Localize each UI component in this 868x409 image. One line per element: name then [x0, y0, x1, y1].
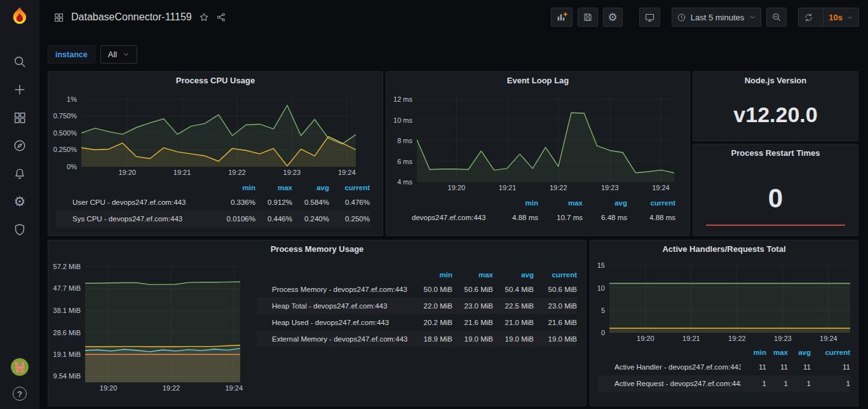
legend-value: 23.0 MiB — [452, 302, 493, 310]
dashboard-title[interactable]: DatabaseConnector-11159 — [71, 11, 192, 23]
dashboard-settings-button[interactable]: ⚙ — [603, 8, 623, 27]
legend-col-current[interactable]: current — [329, 184, 370, 191]
cpu-chart: 1%0.750%0.500%0.250%0% 19:2019:2119:2219… — [48, 89, 383, 177]
y-axis-tick: 4 ms — [397, 178, 412, 186]
cycle-view-tv-button[interactable] — [639, 8, 660, 27]
legend-row[interactable]: External Memory - devops247.ef.com:44318… — [257, 331, 577, 347]
search-icon[interactable] — [0, 48, 39, 76]
legend-row[interactable]: devops247.ef.com:4434.88 ms10.7 ms6.48 m… — [395, 209, 675, 226]
series-name[interactable]: User CPU - devops247.ef.com:443 — [72, 198, 219, 206]
explore-compass-icon[interactable] — [0, 132, 39, 160]
legend-value: 0.240% — [292, 215, 329, 223]
legend-col-avg[interactable]: avg — [493, 271, 534, 279]
panel-title[interactable]: Process Memory Usage — [48, 240, 586, 258]
series-name[interactable]: Process Memory - devops247.ef.com:443 — [272, 286, 412, 293]
legend-header-row: minmaxavgcurrent — [395, 196, 675, 209]
dashboards-icon[interactable] — [0, 104, 39, 132]
legend-col-min[interactable]: min — [494, 199, 538, 207]
add-panel-button[interactable] — [551, 8, 573, 27]
legend-value: 0.0106% — [219, 215, 255, 223]
configuration-gear-icon[interactable]: ⚙ — [0, 188, 39, 216]
panel-title[interactable]: Active Handlers/Requests Total — [590, 240, 858, 258]
legend-header-row: minmaxavgcurrent — [598, 345, 850, 359]
save-dashboard-button[interactable] — [578, 8, 598, 27]
legend-col-current[interactable]: current — [627, 199, 675, 207]
server-admin-shield-icon[interactable] — [0, 216, 39, 244]
legend-col-current[interactable]: current — [534, 271, 577, 279]
memory-legend: minmaxavgcurrentProcess Memory - devops2… — [240, 268, 586, 393]
memory-chart: 57.2 MiB47.7 MiB38.1 MiB28.6 MiB19.1 MiB… — [48, 263, 240, 393]
legend-row[interactable]: Sys CPU - devops247.ef.com:4430.0106%0.4… — [56, 211, 370, 227]
legend-row[interactable]: User CPU - devops247.ef.com:4430.336%0.9… — [56, 194, 370, 211]
x-axis-tick: 19:20 — [118, 169, 136, 176]
legend-col-max[interactable]: max — [452, 271, 493, 279]
series-name[interactable]: Active Handler - devops247.ef.com:443 — [614, 363, 741, 371]
apps-grid-icon[interactable] — [53, 12, 64, 23]
create-add-icon[interactable] — [0, 76, 39, 104]
legend-col-max[interactable]: max — [255, 184, 292, 191]
zoom-out-time-button[interactable] — [766, 8, 787, 27]
legend-value: 0.584% — [292, 198, 329, 206]
legend-value: 20.2 MiB — [412, 319, 452, 326]
time-range-picker[interactable]: Last 5 minutes — [672, 8, 762, 27]
legend-col-min[interactable]: min — [412, 271, 452, 279]
y-axis-tick: 47.7 MiB — [53, 284, 81, 292]
panel-title[interactable]: Node.js Version — [693, 72, 858, 89]
legend-row[interactable]: Heap Total - devops247.ef.com:44322.0 Mi… — [257, 298, 577, 314]
refresh-icon[interactable] — [799, 8, 818, 26]
series-name[interactable]: Heap Total - devops247.ef.com:443 — [272, 302, 412, 310]
star-icon[interactable] — [199, 12, 209, 22]
x-axis-tick: 19:23 — [601, 184, 619, 191]
legend-col-min[interactable]: min — [219, 184, 255, 191]
panel-process-cpu-usage: Process CPU Usage 1%0.750%0.500%0.250%0%… — [48, 71, 383, 236]
legend-value: 10.7 ms — [538, 214, 583, 221]
series-name[interactable]: devops247.ef.com:443 — [412, 214, 494, 221]
legend-row[interactable]: Heap Used - devops247.ef.com:44320.2 MiB… — [257, 314, 577, 331]
panel-title[interactable]: Process CPU Usage — [48, 72, 383, 89]
x-axis-tick: 19:20 — [448, 184, 466, 191]
legend-value: 22.0 MiB — [412, 302, 452, 310]
legend-col-current[interactable]: current — [811, 349, 850, 356]
y-axis-tick: 0.750% — [53, 112, 77, 120]
legend-col-avg[interactable]: avg — [788, 349, 811, 356]
y-axis-tick: 12 ms — [393, 95, 412, 103]
panel-title[interactable]: Process Restart Times — [693, 144, 858, 162]
legend-value: 19.0 MiB — [452, 335, 493, 343]
x-axis-tick: 19:21 — [682, 335, 700, 342]
series-name[interactable]: Active Request - devops247.ef.com:443 — [614, 380, 741, 387]
help-icon[interactable]: ? — [0, 381, 39, 406]
x-axis-tick: 19:22 — [228, 169, 246, 176]
lag-legend: minmaxavgcurrentdevops247.ef.com:4434.88… — [386, 196, 689, 226]
legend-row[interactable]: Active Request - devops247.ef.com:443111… — [598, 375, 850, 392]
legend-value: 21.6 MiB — [534, 319, 577, 326]
refresh-interval-dropdown[interactable]: 10s — [823, 8, 858, 26]
legend-col-avg[interactable]: avg — [292, 184, 329, 191]
y-axis-tick: 0.250% — [53, 146, 77, 153]
grafana-logo[interactable] — [8, 6, 31, 29]
share-icon[interactable] — [216, 12, 226, 22]
legend-value: 1 — [811, 380, 850, 387]
variable-value-dropdown[interactable]: All — [100, 45, 137, 64]
legend-col-max[interactable]: max — [766, 349, 788, 356]
legend-value: 21.0 MiB — [493, 319, 534, 326]
user-avatar[interactable] — [11, 358, 29, 376]
legend-col-max[interactable]: max — [538, 199, 583, 207]
restart-sparkline — [706, 225, 845, 226]
panel-title[interactable]: Event Loop Lag — [386, 72, 689, 89]
y-axis-tick: 0% — [67, 163, 77, 170]
series-name[interactable]: Heap Used - devops247.ef.com:443 — [272, 319, 412, 326]
legend-value: 1 — [788, 380, 811, 387]
chart-canvas — [417, 93, 674, 182]
legend-col-min[interactable]: min — [741, 349, 766, 356]
series-name[interactable]: Sys CPU - devops247.ef.com:443 — [72, 215, 219, 223]
legend-value: 4.88 ms — [627, 214, 675, 221]
x-axis-tick: 19:24 — [225, 384, 243, 392]
legend-value: 4.88 ms — [494, 214, 538, 221]
legend-value: 50.0 MiB — [412, 286, 452, 293]
series-name[interactable]: External Memory - devops247.ef.com:443 — [272, 335, 412, 343]
y-axis-tick: 19.1 MiB — [53, 350, 81, 358]
alerting-bell-icon[interactable] — [0, 160, 39, 188]
legend-row[interactable]: Process Memory - devops247.ef.com:44350.… — [257, 281, 577, 298]
legend-col-avg[interactable]: avg — [583, 199, 627, 207]
legend-row[interactable]: Active Handler - devops247.ef.com:443111… — [598, 359, 850, 375]
